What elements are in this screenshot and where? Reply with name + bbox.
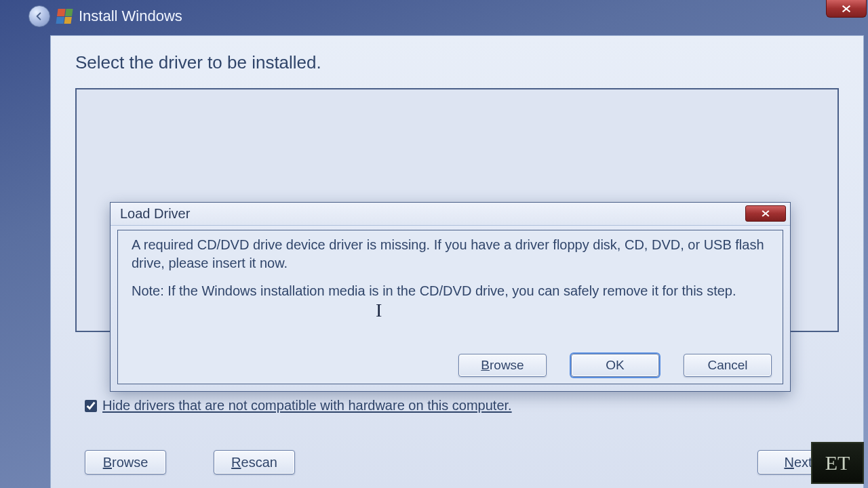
browse-button[interactable]: Browse xyxy=(85,450,166,474)
back-arrow-icon xyxy=(34,11,45,22)
dialog-body: A required CD/DVD drive device driver is… xyxy=(117,230,783,384)
close-icon xyxy=(760,209,771,218)
titlebar: Install Windows xyxy=(22,0,868,33)
load-driver-dialog: Load Driver A required CD/DVD drive devi… xyxy=(110,202,791,392)
dialog-close-button[interactable] xyxy=(745,205,786,222)
close-icon xyxy=(840,4,852,14)
dialog-message: A required CD/DVD drive device driver is… xyxy=(132,236,772,300)
rescan-button[interactable]: Rescan xyxy=(214,450,295,474)
et-watermark: ET xyxy=(811,442,864,484)
windows-logo-icon xyxy=(56,9,73,24)
bottom-button-row: Browse Rescan Next xyxy=(85,450,839,474)
dialog-title-text: Load Driver xyxy=(120,206,190,222)
dialog-message-line1: A required CD/DVD drive device driver is… xyxy=(132,236,772,272)
dialog-titlebar: Load Driver xyxy=(111,203,790,226)
dialog-button-row: Browse OK Cancel xyxy=(458,354,772,377)
window-title: Install Windows xyxy=(79,7,182,25)
window-close-button[interactable] xyxy=(826,0,867,18)
page-heading: Select the driver to be installed. xyxy=(75,52,839,73)
hide-drivers-checkbox[interactable] xyxy=(85,400,97,412)
hide-drivers-label[interactable]: Hide drivers that are not compatible wit… xyxy=(102,398,512,413)
dialog-browse-button[interactable]: Browse xyxy=(458,354,547,377)
dialog-message-line2: Note: If the Windows installation media … xyxy=(132,282,772,300)
dialog-cancel-button[interactable]: Cancel xyxy=(684,354,772,377)
back-button[interactable] xyxy=(28,5,50,27)
dialog-ok-button[interactable]: OK xyxy=(571,354,659,377)
hide-drivers-row: Hide drivers that are not compatible wit… xyxy=(85,398,512,413)
